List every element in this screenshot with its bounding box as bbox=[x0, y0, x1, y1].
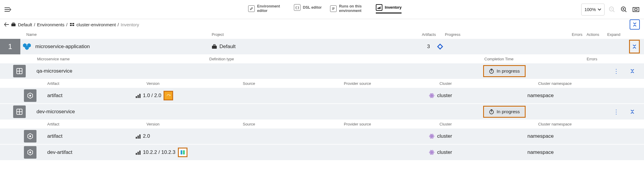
tab-dsl-editor[interactable]: { } DSL editor bbox=[294, 4, 322, 13]
tab-runs[interactable]: Runs on this environment bbox=[330, 4, 367, 15]
col-version: Version bbox=[146, 81, 243, 86]
col-ms-def: Definition type bbox=[209, 57, 484, 61]
app-name[interactable]: microservice-application bbox=[33, 44, 212, 50]
row-actions-menu[interactable]: ⋮ bbox=[613, 108, 619, 115]
cluster-atom-icon bbox=[429, 133, 435, 139]
callout-highlight bbox=[178, 148, 187, 157]
col-name: Name bbox=[26, 32, 212, 37]
artifact-row: dev-artifact 10.2.2 / 10.2.3 cluster nam… bbox=[0, 145, 644, 160]
chevron-up-icon bbox=[633, 24, 637, 27]
back-arrow-icon[interactable] bbox=[4, 22, 9, 27]
svg-rect-9 bbox=[70, 23, 72, 24]
artifact-column-header: Artifact Version Source Provider source … bbox=[0, 120, 644, 128]
col-ms-name: Microservice name bbox=[37, 57, 209, 61]
briefcase-icon bbox=[212, 44, 217, 49]
cluster-atom-icon bbox=[429, 149, 435, 155]
microservice-name[interactable]: qa-microservice bbox=[26, 68, 483, 74]
col-artifacts: Artifacts bbox=[409, 32, 436, 37]
menu-toggle-icon[interactable] bbox=[4, 5, 12, 14]
microservice-row: qa-microservice In progress ⋮ bbox=[0, 63, 644, 79]
artifact-name[interactable]: artifact bbox=[36, 93, 136, 99]
svg-point-30 bbox=[431, 136, 432, 137]
chevron-down-icon bbox=[633, 22, 637, 24]
col-ms-completion: Completion Time bbox=[484, 57, 574, 61]
artifact-version: 10.2.2 / 10.2.3 bbox=[143, 149, 176, 155]
svg-rect-5 bbox=[633, 7, 639, 12]
col-errors: Errors bbox=[561, 32, 582, 37]
expand-all-button[interactable] bbox=[630, 19, 640, 30]
tab-inventory[interactable]: Inventory bbox=[376, 4, 402, 13]
svg-rect-6 bbox=[635, 9, 637, 10]
status-text: In progress bbox=[497, 68, 520, 74]
microservice-icon bbox=[13, 65, 26, 77]
row-expand-toggle[interactable] bbox=[630, 41, 639, 53]
breadcrumb-env[interactable]: cluster-environment bbox=[77, 22, 116, 27]
zoom-select[interactable]: 100% bbox=[581, 4, 605, 16]
breadcrumb-root[interactable]: Default bbox=[18, 22, 32, 27]
tab-environment-editor[interactable]: Environment editor bbox=[248, 4, 286, 15]
svg-point-35 bbox=[29, 151, 31, 153]
callout-highlight bbox=[629, 40, 640, 53]
row-expand-toggle[interactable] bbox=[628, 65, 637, 77]
zoom-in-button[interactable] bbox=[619, 5, 628, 14]
svg-rect-1 bbox=[379, 7, 380, 9]
artifact-row: artifact 2.0 cluster namespace bbox=[0, 128, 644, 144]
diamond-progress-icon bbox=[437, 44, 443, 50]
compare-columns-icon[interactable] bbox=[179, 148, 187, 156]
tab-label: Runs on this environment bbox=[339, 4, 367, 13]
fit-screen-button[interactable] bbox=[631, 5, 640, 14]
col-provider-source: Provider source bbox=[344, 122, 439, 126]
breadcrumb-row: Default / Environments / cluster-environ… bbox=[0, 19, 644, 30]
artifact-column-header: Artifact Version Source Provider source … bbox=[0, 79, 644, 88]
view-tabs: Environment editor { } DSL editor Runs o… bbox=[248, 4, 402, 15]
col-expand: Expand bbox=[603, 32, 624, 37]
svg-point-38 bbox=[431, 152, 432, 153]
svg-rect-8 bbox=[13, 23, 14, 24]
row-actions-menu[interactable]: ⋮ bbox=[613, 68, 619, 75]
microservice-column-header: Microservice name Definition type Comple… bbox=[0, 54, 644, 63]
callout-highlight bbox=[164, 91, 173, 100]
artifact-namespace: namespace bbox=[527, 149, 554, 155]
app-type-icon bbox=[20, 43, 33, 50]
svg-point-22 bbox=[431, 95, 432, 96]
col-source: Source bbox=[243, 122, 344, 126]
microservice-name[interactable]: dev-microservice bbox=[26, 109, 483, 115]
pencil-box-icon bbox=[248, 5, 255, 12]
status-badge: In progress bbox=[485, 107, 524, 116]
toolbar-right: 100% bbox=[581, 4, 640, 16]
svg-rect-2 bbox=[380, 7, 381, 9]
version-bars-icon bbox=[136, 150, 141, 155]
zoom-value: 100% bbox=[585, 7, 596, 12]
svg-rect-36 bbox=[181, 150, 182, 154]
app-progress bbox=[430, 44, 571, 50]
breadcrumb-environments[interactable]: Environments bbox=[37, 22, 65, 27]
list-box-icon bbox=[330, 5, 337, 12]
cluster-icon bbox=[69, 22, 75, 27]
status-text: In progress bbox=[497, 109, 520, 114]
artifact-cluster: cluster bbox=[437, 93, 452, 99]
app-project: Default bbox=[212, 44, 403, 50]
artifact-name[interactable]: dev-artifact bbox=[36, 149, 136, 155]
braces-box-icon: { } bbox=[294, 4, 300, 11]
artifact-name[interactable]: artifact bbox=[36, 133, 136, 139]
callout-highlight: In progress bbox=[483, 106, 526, 118]
artifact-version: 2.0 bbox=[143, 133, 150, 139]
artifact-namespace: namespace bbox=[527, 93, 554, 99]
breadcrumb-page: Inventory bbox=[120, 22, 139, 27]
col-progress: Progress bbox=[436, 32, 561, 37]
svg-rect-11 bbox=[70, 25, 72, 26]
svg-rect-0 bbox=[378, 8, 379, 9]
svg-rect-37 bbox=[183, 150, 185, 154]
version-bars-icon bbox=[136, 93, 141, 98]
breadcrumb: Default / Environments / cluster-environ… bbox=[4, 22, 139, 27]
main-column-header: Name Project Artifacts Progress Errors A… bbox=[0, 30, 644, 39]
artifact-icon bbox=[24, 146, 36, 159]
zoom-out-button[interactable] bbox=[608, 5, 616, 14]
col-cluster: Cluster bbox=[439, 81, 538, 86]
chevron-down-icon bbox=[598, 8, 601, 11]
col-cluster: Cluster bbox=[439, 122, 538, 126]
row-index: 1 bbox=[0, 39, 20, 54]
status-badge: In progress bbox=[485, 67, 524, 76]
row-expand-toggle[interactable] bbox=[628, 106, 637, 118]
upgrade-arrow-icon[interactable] bbox=[164, 92, 172, 99]
